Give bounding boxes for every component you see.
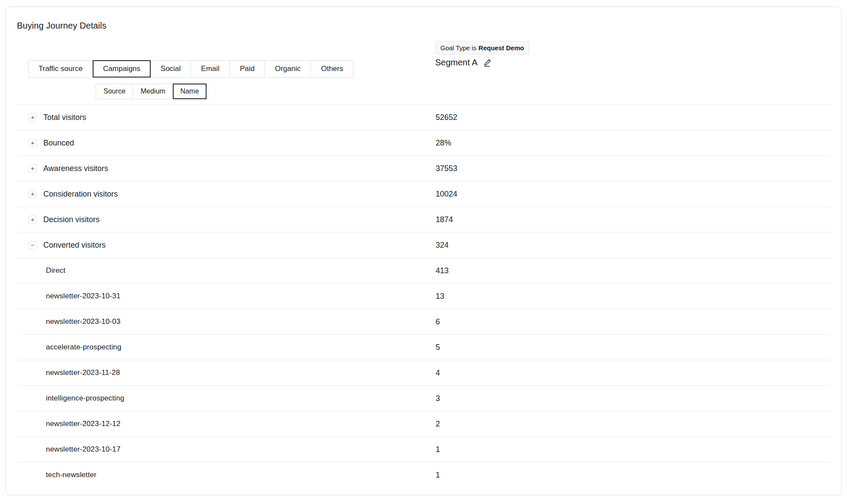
expand-icon[interactable]: + bbox=[29, 113, 37, 122]
tab-others[interactable]: Others bbox=[310, 60, 353, 78]
row-label: Direct bbox=[46, 266, 65, 275]
row-value: 6 bbox=[436, 317, 440, 326]
expand-icon[interactable]: + bbox=[29, 165, 37, 173]
row-value: 52652 bbox=[436, 113, 457, 122]
table-row: newsletter-2023-10-3113 bbox=[17, 283, 831, 309]
row-label: intelligence-prospecting bbox=[46, 394, 124, 403]
row-value: 4 bbox=[436, 368, 440, 378]
expand-icon[interactable]: + bbox=[29, 216, 37, 224]
table-row: intelligence-prospecting3 bbox=[17, 385, 831, 411]
segment-row: Segment A bbox=[435, 57, 492, 68]
row-value: 28% bbox=[436, 139, 451, 148]
table-row: +Awareness visitors37553 bbox=[17, 155, 831, 181]
pencil-line-icon[interactable] bbox=[483, 58, 492, 68]
tab-email[interactable]: Email bbox=[191, 60, 230, 78]
row-label: newsletter-2023-11-28 bbox=[46, 368, 120, 377]
row-value: 37553 bbox=[436, 164, 457, 173]
subtab-name[interactable]: Name bbox=[173, 84, 207, 99]
row-label: accelerate-prospecting bbox=[46, 343, 121, 352]
tab-social[interactable]: Social bbox=[150, 60, 191, 78]
table-row: newsletter-2023-12-122 bbox=[17, 411, 831, 436]
row-value: 10024 bbox=[436, 190, 457, 199]
row-value: 2 bbox=[436, 420, 440, 429]
table-row: Direct413 bbox=[17, 258, 831, 283]
table-row: +Bounced28% bbox=[17, 130, 831, 155]
row-label: Consideration visitors bbox=[43, 190, 118, 199]
subtab-medium[interactable]: Medium bbox=[133, 84, 173, 99]
table-row: tech-newsletter1 bbox=[17, 462, 831, 488]
table-row: newsletter-2023-11-284 bbox=[17, 360, 831, 385]
row-label: Decision visitors bbox=[43, 215, 100, 224]
row-value: 3 bbox=[436, 394, 440, 403]
main-tabs: Traffic sourceCampaignsSocialEmailPaidOr… bbox=[28, 60, 353, 78]
row-value: 1 bbox=[436, 471, 440, 480]
row-label: newsletter-2023-12-12 bbox=[46, 420, 120, 428]
row-label: newsletter-2023-10-31 bbox=[46, 292, 120, 300]
row-label: newsletter-2023-10-03 bbox=[46, 317, 120, 326]
segment-label: Segment A bbox=[435, 58, 478, 68]
row-value: 5 bbox=[436, 343, 440, 352]
goal-type-prefix: Goal Type is bbox=[440, 44, 476, 52]
row-value: 13 bbox=[436, 292, 444, 301]
expand-icon[interactable]: + bbox=[29, 139, 37, 147]
row-value: 1874 bbox=[436, 215, 453, 224]
page-title: Buying Journey Details bbox=[17, 21, 107, 31]
expand-icon[interactable]: + bbox=[29, 190, 37, 198]
row-label: Awareness visitors bbox=[43, 164, 108, 173]
table-row: −Converted visitors324 bbox=[17, 232, 831, 258]
table-row: +Decision visitors1874 bbox=[17, 207, 831, 232]
row-value: 324 bbox=[436, 241, 449, 250]
table-row: accelerate-prospecting5 bbox=[17, 334, 831, 360]
row-label: Bounced bbox=[43, 139, 74, 148]
row-label: newsletter-2023-10-17 bbox=[46, 445, 120, 454]
row-label: Total visitors bbox=[43, 113, 86, 122]
table-row: +Total visitors52652 bbox=[17, 104, 831, 130]
table-row: +Consideration visitors10024 bbox=[17, 181, 831, 207]
table-row: newsletter-2023-10-171 bbox=[17, 436, 831, 462]
row-value: 413 bbox=[436, 266, 449, 275]
tab-campaigns[interactable]: Campaigns bbox=[93, 60, 151, 78]
row-value: 1 bbox=[436, 445, 440, 454]
row-label: Converted visitors bbox=[43, 241, 106, 250]
sub-tabs: SourceMediumName bbox=[96, 84, 207, 99]
buying-journey-panel: Buying Journey Details Goal Type is Requ… bbox=[5, 6, 842, 495]
subtab-source[interactable]: Source bbox=[96, 84, 133, 99]
journey-table: +Total visitors52652+Bounced28%+Awarenes… bbox=[17, 104, 831, 488]
collapse-icon[interactable]: − bbox=[29, 241, 37, 249]
tab-traffic-source[interactable]: Traffic source bbox=[28, 60, 93, 78]
table-row: newsletter-2023-10-036 bbox=[17, 309, 831, 334]
goal-type-value: Request Demo bbox=[478, 44, 524, 52]
tab-organic[interactable]: Organic bbox=[265, 60, 311, 78]
goal-type-badge: Goal Type is Request Demo bbox=[435, 41, 529, 55]
row-label: tech-newsletter bbox=[46, 471, 97, 479]
tab-paid[interactable]: Paid bbox=[230, 60, 265, 78]
